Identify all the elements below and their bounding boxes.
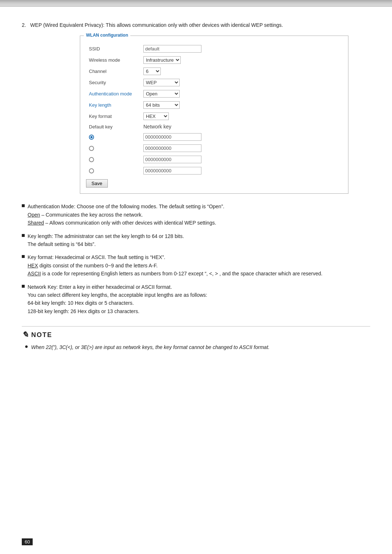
table-row xyxy=(86,165,342,176)
note-bullet-dot: ● xyxy=(25,343,28,350)
radio-2-empty[interactable] xyxy=(89,146,94,151)
bullet-section: Authentication Mode: Choose one of the f… xyxy=(22,202,370,315)
table-row: Channel 6 xyxy=(86,66,342,77)
wireless-mode-label: Wireless mode xyxy=(86,54,140,66)
table-row: Security WEP xyxy=(86,77,342,88)
networkkey-main-text: Network Key: Enter a key in either hexad… xyxy=(28,283,370,291)
bullet-square-icon xyxy=(22,204,25,207)
security-label: Security xyxy=(86,77,140,88)
bullet-item-auth: Authentication Mode: Choose one of the f… xyxy=(22,202,370,227)
radio-3-empty[interactable] xyxy=(89,157,94,162)
bullet-item-keyformat: Key format: Hexadecimal or ASCII. The fa… xyxy=(22,253,370,278)
channel-label: Channel xyxy=(86,66,140,77)
key-input-4[interactable] xyxy=(143,167,201,175)
radio-row-3 xyxy=(89,157,138,162)
shared-term: Shared xyxy=(28,220,44,226)
bullet-content-keylength: Key length: The administrator can set th… xyxy=(28,232,370,249)
table-row: Wireless mode Infrastructure xyxy=(86,54,342,66)
bullet-item-networkkey: Network Key: Enter a key in either hexad… xyxy=(22,283,370,316)
default-key-label: Default key xyxy=(86,122,140,131)
auth-mode-label: Authentication mode xyxy=(86,88,140,99)
keylength-sub-text: The default setting is “64 bits”. xyxy=(28,240,370,248)
radio-row-2 xyxy=(89,146,138,151)
note-section: ✎ NOTE ● When 22(”), 3C(<), or 3E(>) are… xyxy=(22,326,370,351)
bullet-square-icon xyxy=(22,234,25,237)
table-row xyxy=(86,154,342,165)
note-bullet: ● When 22(”), 3C(<), or 3E(>) are input … xyxy=(25,343,370,351)
table-row: Key format HEX xyxy=(86,111,342,122)
page-number: 60 xyxy=(22,538,33,545)
keylength-main-text: Key length: The administrator can set th… xyxy=(28,232,370,240)
wlan-config-box: WLAN configuration SSID Wireless mode In… xyxy=(80,36,348,194)
wlan-box-title: WLAN configuration xyxy=(84,33,130,38)
auth-shared-line: Shared – Allows communication only with … xyxy=(28,219,370,227)
bullet-item-keylength: Key length: The administrator can set th… xyxy=(22,232,370,249)
key-length-select[interactable]: 64 bits xyxy=(143,101,180,109)
radio-row-1 xyxy=(89,135,138,140)
bullet-content-keyformat: Key format: Hexadecimal or ASCII. The fa… xyxy=(28,253,370,278)
table-row: Key length 64 bits xyxy=(86,99,342,111)
key-length-label: Key length xyxy=(86,99,140,111)
table-row xyxy=(86,143,342,154)
note-header: ✎ NOTE xyxy=(22,330,370,340)
save-button[interactable]: Save xyxy=(86,179,108,188)
table-row: Authentication mode Open xyxy=(86,88,342,99)
note-pencil-icon: ✎ xyxy=(22,330,28,340)
key-format-label: Key format xyxy=(86,111,140,122)
bullet-square-icon xyxy=(22,285,25,288)
table-row xyxy=(86,131,342,143)
keyformat-main-text: Key format: Hexadecimal or ASCII. The fa… xyxy=(28,253,370,261)
networkkey-sub1: You can select different key lengths, th… xyxy=(28,291,370,299)
ascii-line: ASCII is a code for representing English… xyxy=(28,270,370,278)
security-select[interactable]: WEP xyxy=(143,79,180,86)
auth-mode-select[interactable]: Open xyxy=(143,90,180,98)
hex-line: HEX digits consist of the numbers 0~9 an… xyxy=(28,262,370,270)
note-text: When 22(”), 3C(<), or 3E(>) are input as… xyxy=(31,343,270,351)
key-input-3[interactable] xyxy=(143,156,201,163)
networkkey-sub3: 128-bit key length: 26 Hex digits or 13 … xyxy=(28,307,370,315)
bullet-content-networkkey: Network Key: Enter a key in either hexad… xyxy=(28,283,370,316)
hex-term: HEX xyxy=(28,263,38,268)
open-term: Open xyxy=(28,212,40,218)
auth-open-line: Open – Communicates the key across the n… xyxy=(28,211,370,219)
note-title: NOTE xyxy=(31,331,52,339)
intro-paragraph: 2. WEP (Wired Equivalent Privacy): This … xyxy=(22,21,370,29)
intro-text: WEP (Wired Equivalent Privacy): This all… xyxy=(30,22,283,28)
channel-select[interactable]: 6 xyxy=(143,67,161,75)
key-format-select[interactable]: HEX xyxy=(143,112,169,120)
wireless-mode-select[interactable]: Infrastructure xyxy=(143,56,181,64)
table-row: Default key Network key xyxy=(86,122,342,131)
key-input-2[interactable] xyxy=(143,144,201,152)
auth-main-text: Authentication Mode: Choose one of the f… xyxy=(28,202,370,210)
table-row: SSID xyxy=(86,43,342,54)
form-table: SSID Wireless mode Infrastructure Channe… xyxy=(86,43,342,176)
ssid-label: SSID xyxy=(86,43,140,54)
radio-row-4 xyxy=(89,168,138,173)
bullet-content-auth: Authentication Mode: Choose one of the f… xyxy=(28,202,370,227)
bullet-square-icon xyxy=(22,255,25,258)
network-key-header: Network key xyxy=(140,122,342,131)
radio-4-empty[interactable] xyxy=(89,168,94,173)
ascii-term: ASCII xyxy=(28,271,41,276)
ssid-input[interactable] xyxy=(143,45,201,53)
radio-1-filled[interactable] xyxy=(89,135,94,140)
top-bar xyxy=(0,0,392,7)
key-input-1[interactable] xyxy=(143,133,201,141)
intro-number: 2. xyxy=(22,22,26,28)
networkkey-sub2: 64-bit key length: 10 Hex digits or 5 ch… xyxy=(28,299,370,307)
